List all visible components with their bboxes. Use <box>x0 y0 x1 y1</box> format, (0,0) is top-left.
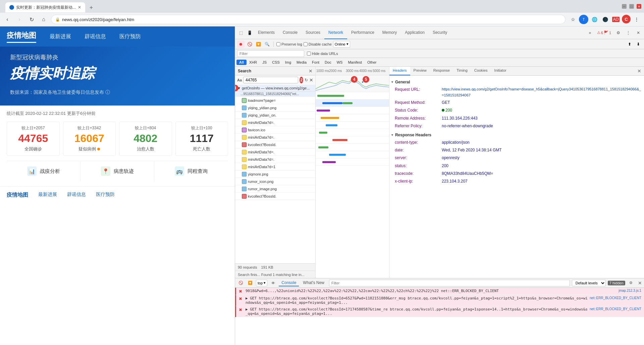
request-kvcollect-1[interactable]: kvcollect?BossId. <box>235 141 315 148</box>
search-input[interactable] <box>243 77 298 83</box>
filter-img[interactable]: Img <box>282 60 294 65</box>
hide-data-urls-checkbox[interactable] <box>307 52 311 56</box>
request-yiqing-on[interactable]: yiqing_yidian_on. <box>235 112 315 119</box>
entry-source-0[interactable]: jmap.212.3.js:1 <box>619 289 641 292</box>
export-btn[interactable]: ⬇ <box>635 41 642 48</box>
request-favicon[interactable]: favicon.ico <box>235 126 315 134</box>
tab-memory[interactable]: Memory <box>378 26 401 39</box>
extension1-btn[interactable]: T <box>579 15 588 24</box>
close-devtools-btn[interactable]: ✕ <box>634 28 643 37</box>
request-yiqmore[interactable]: yiqmore.png <box>235 170 315 178</box>
more-tabs-btn[interactable]: » <box>586 28 594 37</box>
site-logo[interactable]: 疫情地图 <box>7 30 36 43</box>
disable-cache-checkbox[interactable] <box>304 42 308 46</box>
feature-analysis[interactable]: 📊 战疫分析 <box>7 161 80 181</box>
footer-nav-2[interactable]: 辟谣信息 <box>67 192 86 199</box>
response-headers-section[interactable]: Response Headers <box>391 133 643 137</box>
details-tab-headers[interactable]: Headers <box>389 67 410 75</box>
footer-logo[interactable]: 疫情地图 <box>7 192 28 199</box>
maximize-btn[interactable]: □ <box>629 4 634 9</box>
extension3-btn[interactable]: 🌑 <box>600 15 610 24</box>
details-close-btn[interactable]: ✕ <box>635 67 644 75</box>
back-btn[interactable]: ‹ <box>3 15 12 24</box>
console-tab-console[interactable]: Console <box>279 280 299 286</box>
console-eye-btn[interactable]: 👁 <box>269 279 277 287</box>
feature-query[interactable]: 🚌 同程查询 <box>154 161 228 181</box>
console-clear-btn[interactable]: 🚫 <box>237 279 245 287</box>
details-tab-timing[interactable]: Timing <box>453 67 471 75</box>
details-tab-cookies[interactable]: Cookies <box>471 67 491 75</box>
filter-all[interactable]: All <box>236 60 247 65</box>
search-input-close[interactable]: ✕ <box>309 77 313 83</box>
settings-btn[interactable]: ⚙ <box>614 28 623 37</box>
tab-application[interactable]: Application <box>401 26 429 39</box>
console-levels-select[interactable]: Default levels <box>572 280 606 286</box>
tab-console[interactable]: Console <box>279 26 302 39</box>
request-url-val[interactable]: https://view.inews.qq.com/g2/getOnsInfo?… <box>442 86 643 98</box>
request-miniart-5[interactable]: miniArtData?d=1 <box>235 163 315 170</box>
request-miniart-1[interactable]: miniArtData?d=. <box>235 119 315 126</box>
request-loadmore[interactable]: loadmore?page= <box>235 97 315 104</box>
entry-source-1[interactable]: net::ERR_BLOCKED_BY_CLIENT <box>590 296 641 300</box>
active-tab[interactable]: 实时更新：新冠肺炎疫情最新动... ✕ <box>5 2 85 12</box>
general-section-header[interactable]: General <box>391 80 643 84</box>
filter-ws[interactable]: WS <box>334 60 345 65</box>
minimize-btn[interactable]: ─ <box>622 4 627 9</box>
bookmark-btn[interactable]: ☆ <box>568 15 578 24</box>
forward-btn[interactable]: › <box>15 15 24 24</box>
tab-close-btn[interactable]: ✕ <box>78 5 81 10</box>
filter-input[interactable] <box>237 50 304 57</box>
devtools-inspect-btn[interactable]: ⬚ <box>236 28 245 37</box>
request-yiqing-png[interactable]: yiqing_yidian.png <box>235 104 315 112</box>
filter-manifest[interactable]: Manifest <box>345 60 365 65</box>
home-btn[interactable]: ⌂ <box>39 15 48 24</box>
console-close-btn[interactable]: ✕ <box>638 280 642 286</box>
footer-nav-3[interactable]: 医疗预防 <box>96 192 115 199</box>
filter-js[interactable]: JS <box>260 60 269 65</box>
filter-media[interactable]: Media <box>294 60 309 65</box>
request-rumor-img[interactable]: rumor_image.png <box>235 185 315 193</box>
adblock-btn[interactable]: AD <box>611 15 621 24</box>
filter-toggle-btn[interactable]: 🔽 <box>255 41 262 48</box>
console-filter-btn[interactable]: 🔽 <box>247 279 254 287</box>
nav-item-1[interactable]: 辟谣信息 <box>85 33 106 40</box>
footer-nav-1[interactable]: 最新进展 <box>38 192 57 199</box>
reload-btn[interactable]: ↻ <box>27 15 36 24</box>
request-rumor-icon[interactable]: rumor_icon.png <box>235 178 315 185</box>
menu-btn[interactable]: ⋮ <box>632 15 641 24</box>
record-btn[interactable]: ⏺ <box>237 41 245 48</box>
close-btn[interactable]: ✕ <box>637 4 641 9</box>
entry-source-2[interactable]: net::ERR_BLOCKED_BY_CLIENT <box>590 307 641 311</box>
search-result-item[interactable]: ...95168378811_1581518294066{"ret... <box>235 91 315 97</box>
details-tab-response[interactable]: Response <box>430 67 453 75</box>
search-refresh-btn[interactable]: ↻ <box>305 78 308 82</box>
extension2-btn[interactable]: 🌐 <box>590 15 599 24</box>
new-tab-btn[interactable]: + <box>87 3 96 12</box>
customize-btn[interactable]: ⋮ <box>624 28 633 37</box>
console-tab-whatsnew[interactable]: What's New <box>300 280 327 286</box>
filter-font[interactable]: Font <box>309 60 322 65</box>
tab-security[interactable]: Security <box>429 26 451 39</box>
details-tab-initiator[interactable]: Initiator <box>491 67 510 75</box>
console-filter-input[interactable] <box>329 280 570 286</box>
search-btn[interactable]: 🔍 <box>263 41 271 48</box>
profile-btn[interactable]: C <box>622 15 631 23</box>
details-tab-preview[interactable]: Preview <box>410 67 430 75</box>
tab-elements[interactable]: Elements <box>254 26 279 39</box>
nav-item-0[interactable]: 最新进展 <box>50 33 71 40</box>
nav-item-2[interactable]: 医疗预防 <box>119 33 141 40</box>
filter-doc[interactable]: Doc <box>322 60 334 65</box>
console-settings-btn[interactable]: ⚙ <box>627 279 635 287</box>
throttle-dropdown[interactable]: Online ▾ <box>333 41 350 48</box>
context-selector[interactable]: top ▾ <box>256 280 267 286</box>
address-bar[interactable]: 🔒 news.qq.com/zt2020/page/feiyan.htm <box>51 15 566 24</box>
getonsinfo-group[interactable]: ▼ getOnsInfo — view.inews.qq.com/g2/ge..… <box>235 85 315 91</box>
preserve-log-checkbox[interactable] <box>276 42 280 46</box>
tab-sources[interactable]: Sources <box>302 26 324 39</box>
filter-other[interactable]: Other <box>365 60 379 65</box>
import-btn[interactable]: ⬆ <box>626 41 633 48</box>
request-miniart-2[interactable]: miniArtData?d=. <box>235 134 315 141</box>
search-panel-close[interactable]: ✕ <box>309 68 313 74</box>
request-kvcollect-2[interactable]: kvcollect?BossId. <box>235 193 315 200</box>
feature-track[interactable]: 📍 病患轨迹 <box>80 161 154 181</box>
